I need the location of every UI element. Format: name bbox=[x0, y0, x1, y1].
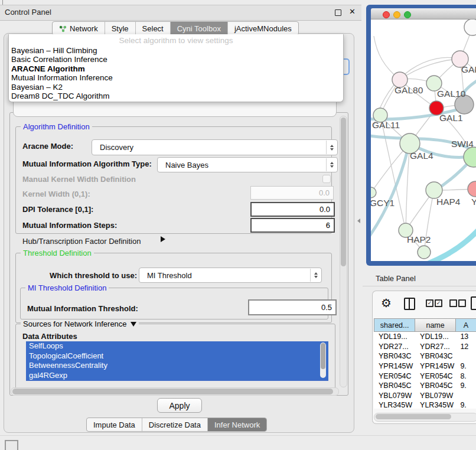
table-row[interactable]: YPR145WYPR145W9. bbox=[374, 361, 476, 371]
mi-threshold-field[interactable]: 0.5 bbox=[248, 299, 337, 315]
tab-cyni-toolbox[interactable]: Cyni Toolbox bbox=[171, 22, 228, 35]
unchecked-box-icon[interactable] bbox=[449, 299, 457, 307]
tab-label: Discretize Data bbox=[149, 420, 201, 429]
node-label-gal4: GAL4 bbox=[410, 151, 433, 161]
settings-vscroll-thumb[interactable] bbox=[341, 118, 346, 266]
network-window-titlebar[interactable] bbox=[371, 8, 476, 19]
algorithm-option-dream8-dc-tdc-algorithm[interactable]: Dream8 DC_TDC Algorithm bbox=[11, 92, 341, 100]
tab-jactivemnodules[interactable]: jActiveMNodules bbox=[228, 22, 298, 35]
tab-impute-data[interactable]: Impute Data bbox=[87, 418, 142, 431]
attribute-item-topologicalcoefficient[interactable]: TopologicalCoefficient bbox=[26, 351, 328, 361]
sources-collapse-icon[interactable] bbox=[131, 322, 136, 327]
which-threshold-label: Which threshold to use: bbox=[50, 271, 137, 280]
mi-steps-field[interactable]: 6 bbox=[250, 218, 335, 233]
table-row[interactable]: YBL079WYBL079W bbox=[374, 391, 476, 401]
manual-kernel-checkbox[interactable] bbox=[322, 175, 331, 183]
algorithm-option-aracne-algorithm[interactable]: ARACNE Algorithm bbox=[11, 64, 341, 73]
zoom-traffic-light-icon[interactable] bbox=[404, 11, 411, 18]
column-header-name[interactable]: name bbox=[415, 318, 455, 332]
minimized-panel-icon[interactable] bbox=[5, 440, 18, 450]
table-row[interactable]: YBR043CYBR043C bbox=[374, 351, 476, 361]
mi-type-label: Mutual Information Algorithm Type: bbox=[22, 159, 152, 168]
table-cell: 13 bbox=[455, 332, 476, 342]
data-attributes-label: Data Attributes bbox=[22, 332, 77, 341]
mi-type-combo[interactable]: Naive Bayes bbox=[157, 157, 338, 172]
which-threshold-value: MI Threshold bbox=[147, 271, 192, 280]
bottom-separator bbox=[0, 435, 476, 436]
table-body: YDL19...YDL19...13YDR27...YDR27...12YBR0… bbox=[374, 332, 476, 409]
network-icon bbox=[59, 25, 67, 32]
attribute-item-selfloops[interactable]: SelfLoops bbox=[26, 341, 328, 351]
float-panel-icon[interactable] bbox=[335, 9, 341, 16]
unchecked-box-icon[interactable] bbox=[458, 299, 466, 307]
tab-discretize-data[interactable]: Discretize Data bbox=[142, 418, 208, 431]
manual-kernel-label: Manual Kernel Width Definition bbox=[22, 175, 136, 184]
combo-stepper-icon bbox=[326, 158, 337, 171]
table-row[interactable]: YDL19...YDL19...13 bbox=[374, 332, 476, 342]
hub-expand-icon[interactable] bbox=[161, 236, 165, 242]
attr-list-scrollbar[interactable] bbox=[320, 343, 326, 378]
network-canvas[interactable]: GALGAL80GAL10GAL1GAL11SWI4GAL4GCY1HAP4YH… bbox=[371, 19, 476, 261]
tab-infer-network[interactable]: Infer Network bbox=[208, 418, 266, 431]
algorithm-dropdown[interactable]: Select algorithm to view settings Bayesi… bbox=[8, 34, 344, 102]
node-label-gal: GAL bbox=[461, 64, 476, 74]
settings-vertical-scrollbar[interactable] bbox=[340, 116, 347, 387]
table-cell: YLR345W bbox=[374, 400, 415, 409]
dpi-tolerance-field[interactable]: 0.0 bbox=[250, 202, 335, 217]
node-y[interactable] bbox=[468, 181, 476, 197]
table-hscroll-thumb[interactable] bbox=[376, 414, 451, 419]
aracne-mode-combo[interactable]: Discovery bbox=[92, 139, 338, 155]
column-header-a[interactable]: A bbox=[456, 318, 476, 332]
tab-network[interactable]: Network bbox=[53, 22, 105, 35]
table-cell: YDR27... bbox=[374, 342, 415, 352]
apply-button[interactable]: Apply bbox=[157, 398, 202, 413]
checked-box-icon[interactable]: ✓ bbox=[426, 299, 433, 307]
table-row[interactable]: YER054CYER054C8. bbox=[374, 371, 476, 381]
table-cell bbox=[455, 391, 476, 401]
tab-label: jActiveMNodules bbox=[234, 24, 292, 33]
data-attributes-list[interactable]: SelfLoopsTopologicalCoefficientBetweenne… bbox=[26, 341, 328, 381]
table-horizontal-scrollbar[interactable] bbox=[374, 413, 476, 422]
attribute-item-betweennesscentrality[interactable]: BetweennessCentrality bbox=[26, 361, 328, 371]
algorithm-option-mutual-information-inference[interactable]: Mutual Information Inference bbox=[11, 73, 341, 82]
export-table-icon[interactable] bbox=[471, 296, 476, 310]
settings-hscroll-thumb[interactable] bbox=[12, 389, 333, 394]
table-cell: YBL079W bbox=[415, 391, 455, 401]
algorithm-option-basic-correlation-inference[interactable]: Basic Correlation Inference bbox=[11, 55, 341, 64]
column-header-shared[interactable]: shared... bbox=[374, 318, 415, 332]
kernel-width-field[interactable]: 0.0 bbox=[250, 186, 334, 200]
gear-icon[interactable]: ⚙ bbox=[381, 297, 392, 309]
which-threshold-combo[interactable]: MI Threshold bbox=[139, 268, 322, 283]
close-panel-icon[interactable]: ✕ bbox=[349, 7, 356, 16]
table-row[interactable]: YLR345WYLR345W9. bbox=[374, 400, 476, 409]
table-cell: 8. bbox=[455, 371, 476, 381]
tab-label: Cyni Toolbox bbox=[177, 24, 221, 33]
table-row[interactable]: YBR045CYBR045C9. bbox=[374, 381, 476, 391]
tab-label: Infer Network bbox=[214, 420, 260, 429]
algorithm-option-bayesian-k2[interactable]: Bayesian – K2 bbox=[11, 83, 341, 92]
attribute-item-gal4rgexp[interactable]: gal4RGexp bbox=[26, 371, 328, 381]
settings-horizontal-scrollbar[interactable] bbox=[11, 387, 339, 396]
sources-title: Sources for Network Inference bbox=[21, 319, 139, 328]
table-cell: YER054C bbox=[415, 371, 455, 381]
attr-list-scroll-thumb[interactable] bbox=[321, 343, 325, 369]
node-unlabeled[interactable] bbox=[418, 246, 431, 259]
node-gcy1[interactable] bbox=[371, 187, 376, 198]
node-label-hap2: HAP2 bbox=[407, 234, 431, 244]
checked-box-icon[interactable]: ✓ bbox=[435, 299, 442, 307]
table-cell: 12 bbox=[455, 342, 476, 352]
threshold-definition-title: Threshold Definition bbox=[21, 249, 94, 257]
close-traffic-light-icon[interactable] bbox=[383, 11, 390, 18]
table-cell bbox=[455, 351, 476, 361]
node-unlabeled[interactable] bbox=[464, 19, 476, 35]
columns-icon[interactable] bbox=[404, 298, 415, 310]
tab-style[interactable]: Style bbox=[105, 22, 136, 35]
table-row[interactable]: YDR27...YDR27...12 bbox=[374, 342, 476, 352]
tab-select[interactable]: Select bbox=[136, 22, 171, 35]
minimize-traffic-light-icon[interactable] bbox=[393, 11, 400, 18]
table-toolbar: ⚙ ✓ ✓ bbox=[373, 291, 476, 317]
splitter-collapse-icon[interactable] bbox=[357, 219, 360, 223]
tab-label: Style bbox=[112, 24, 129, 33]
algorithm-option-bayesian-hill-climbing[interactable]: Bayesian – Hill Climbing bbox=[11, 46, 341, 55]
node-hap4[interactable] bbox=[426, 182, 442, 198]
